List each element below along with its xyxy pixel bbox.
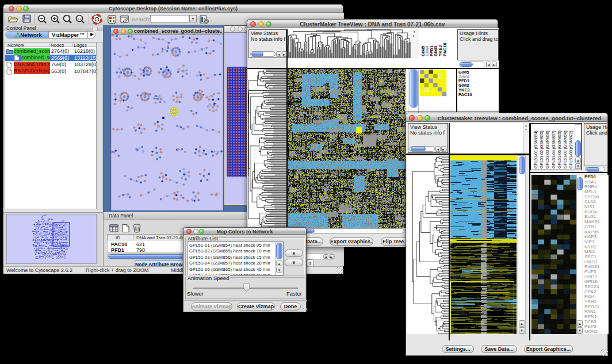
svg-text:B: B — [205, 20, 208, 23]
svg-text:1:1: 1:1 — [77, 17, 82, 21]
